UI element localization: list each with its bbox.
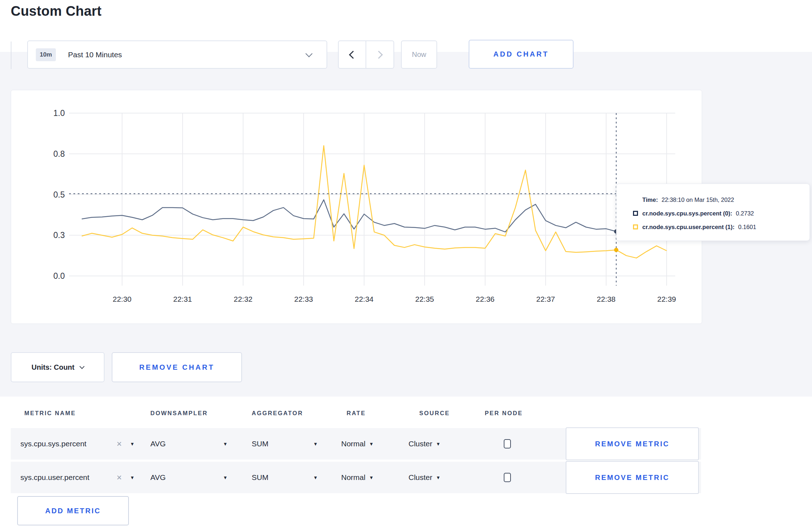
downsampler-dropdown[interactable]: AVG ▼ — [150, 473, 252, 482]
svg-text:22:39: 22:39 — [657, 295, 676, 303]
metric-name-value: sys.cpu.user.percent — [20, 473, 116, 482]
metrics-table: METRIC NAME DOWNSAMPLER AGGREGATOR RATE … — [0, 397, 812, 529]
table-row: sys.cpu.user.percent ✕ ▼ AVG ▼ SUM ▼ Nor… — [11, 462, 701, 493]
table-row: sys.cpu.sys.percent ✕ ▼ AVG ▼ SUM ▼ Norm… — [11, 428, 701, 460]
remove-metric-label: REMOVE METRIC — [595, 474, 670, 482]
remove-metric-button[interactable]: REMOVE METRIC — [566, 427, 699, 460]
per-node-cell — [480, 439, 549, 448]
next-range-button[interactable] — [366, 41, 394, 68]
chevron-down-icon — [79, 364, 84, 369]
svg-text:0.5: 0.5 — [53, 190, 65, 199]
series-sys-swatch-icon — [633, 211, 638, 216]
add-chart-button[interactable]: ADD CHART — [469, 40, 574, 69]
rate-value: Normal — [341, 473, 366, 482]
now-button-label: Now — [412, 50, 426, 59]
rate-dropdown[interactable]: Normal ▼ — [341, 473, 409, 482]
dropdown-arrow-icon: ▼ — [223, 441, 228, 447]
svg-text:0.3: 0.3 — [53, 230, 65, 240]
tooltip-series-value: 0.1601 — [738, 224, 756, 230]
chart-card: 0.00.30.50.81.022:3022:3122:3222:3322:34… — [11, 90, 702, 324]
dropdown-arrow-icon: ▼ — [436, 475, 441, 480]
time-range-badge: 10m — [36, 48, 56, 61]
per-node-checkbox[interactable] — [504, 439, 511, 448]
svg-text:22:33: 22:33 — [294, 295, 313, 303]
aggregator-dropdown[interactable]: SUM ▼ — [252, 440, 341, 448]
chevron-left-icon — [349, 50, 357, 59]
svg-text:22:30: 22:30 — [113, 295, 132, 303]
units-label: Units: Count — [32, 363, 74, 372]
tooltip-time-label: Time: — [642, 196, 658, 203]
downsampler-value: AVG — [150, 440, 166, 448]
col-header-rate: RATE — [341, 410, 409, 417]
svg-text:0.8: 0.8 — [53, 149, 65, 159]
dropdown-arrow-icon: ▼ — [223, 475, 228, 480]
prev-range-button[interactable] — [339, 41, 366, 68]
svg-text:0.0: 0.0 — [53, 271, 65, 281]
remove-chart-button[interactable]: REMOVE CHART — [112, 352, 242, 382]
dropdown-arrow-icon[interactable]: ▼ — [130, 475, 135, 480]
dropdown-arrow-icon: ▼ — [313, 441, 318, 447]
dropdown-arrow-icon: ▼ — [369, 475, 374, 480]
col-header-downsampler: DOWNSAMPLER — [150, 410, 252, 417]
source-dropdown[interactable]: Cluster ▼ — [409, 440, 480, 448]
tooltip-series-label: cr.node.sys.cpu.user.percent (1): — [642, 224, 735, 230]
dropdown-arrow-icon[interactable]: ▼ — [130, 441, 135, 447]
per-node-checkbox[interactable] — [504, 473, 511, 482]
clear-metric-icon[interactable]: ✕ — [116, 474, 122, 482]
svg-text:22:32: 22:32 — [234, 295, 253, 303]
metric-name-dropdown[interactable]: sys.cpu.user.percent ✕ ▼ — [11, 473, 150, 482]
now-button[interactable]: Now — [401, 40, 437, 69]
svg-text:1.0: 1.0 — [53, 108, 65, 118]
tooltip-series-row: cr.node.sys.cpu.user.percent (1): 0.1601 — [617, 220, 809, 234]
rate-value: Normal — [341, 440, 366, 448]
toolbar-divider — [11, 42, 11, 69]
svg-text:22:36: 22:36 — [476, 295, 495, 303]
aggregator-dropdown[interactable]: SUM ▼ — [252, 473, 341, 482]
tooltip-series-row: cr.node.sys.cpu.sys.percent (0): 0.2732 — [617, 207, 809, 220]
metric-name-dropdown[interactable]: sys.cpu.sys.percent ✕ ▼ — [11, 440, 150, 448]
metrics-table-header: METRIC NAME DOWNSAMPLER AGGREGATOR RATE … — [11, 398, 702, 428]
source-value: Cluster — [409, 473, 432, 482]
col-header-per-node: PER NODE — [480, 410, 549, 417]
aggregator-value: SUM — [252, 440, 269, 448]
chevron-down-icon — [305, 50, 313, 57]
metric-name-value: sys.cpu.sys.percent — [20, 440, 116, 448]
svg-text:22:37: 22:37 — [536, 295, 555, 303]
custom-chart-page: Custom Chart 10m Past 10 Minutes Now ADD… — [0, 0, 812, 529]
per-node-cell — [480, 473, 549, 482]
svg-text:22:31: 22:31 — [173, 295, 192, 303]
svg-text:22:35: 22:35 — [415, 295, 434, 303]
remove-metric-label: REMOVE METRIC — [595, 440, 670, 448]
source-dropdown[interactable]: Cluster ▼ — [409, 473, 480, 482]
page-title: Custom Chart — [11, 4, 102, 19]
tooltip-series-label: cr.node.sys.cpu.sys.percent (0): — [642, 210, 732, 217]
svg-text:22:38: 22:38 — [597, 295, 616, 303]
time-range-label: Past 10 Minutes — [68, 50, 122, 59]
tooltip-series-value: 0.2732 — [736, 210, 754, 217]
units-select[interactable]: Units: Count — [11, 352, 105, 382]
aggregator-value: SUM — [252, 473, 269, 482]
add-chart-label: ADD CHART — [493, 50, 549, 58]
time-nav-group — [338, 40, 394, 69]
col-header-source: SOURCE — [409, 410, 480, 417]
downsampler-dropdown[interactable]: AVG ▼ — [150, 440, 252, 448]
dropdown-arrow-icon: ▼ — [369, 441, 374, 447]
dropdown-arrow-icon: ▼ — [313, 475, 318, 480]
source-value: Cluster — [409, 440, 432, 448]
time-range-select[interactable]: 10m Past 10 Minutes — [27, 40, 327, 69]
downsampler-value: AVG — [150, 473, 166, 482]
svg-text:22:34: 22:34 — [355, 295, 374, 303]
col-header-metric-name: METRIC NAME — [11, 410, 150, 417]
chart-hover-tooltip: Time: 22:38:10 on Mar 15th, 2022 cr.node… — [616, 184, 810, 241]
tooltip-time-row: Time: 22:38:10 on Mar 15th, 2022 — [617, 193, 809, 207]
remove-metric-button[interactable]: REMOVE METRIC — [566, 461, 699, 494]
chart-plot[interactable]: 0.00.30.50.81.022:3022:3122:3222:3322:34… — [11, 90, 702, 324]
add-metric-button[interactable]: ADD METRIC — [17, 496, 129, 525]
col-header-aggregator: AGGREGATOR — [252, 410, 341, 417]
series-user-swatch-icon — [633, 224, 638, 229]
rate-dropdown[interactable]: Normal ▼ — [341, 440, 409, 448]
clear-metric-icon[interactable]: ✕ — [116, 440, 122, 448]
dropdown-arrow-icon: ▼ — [436, 441, 441, 447]
tooltip-time-value: 22:38:10 on Mar 15th, 2022 — [662, 196, 734, 203]
remove-chart-label: REMOVE CHART — [139, 363, 214, 372]
